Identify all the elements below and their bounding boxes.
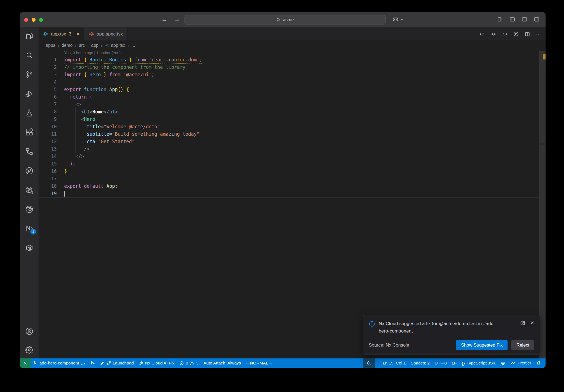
- statusbar-indentation[interactable]: Spaces: 2: [408, 358, 432, 368]
- code-line-2[interactable]: 2// importing the component from the lib…: [39, 64, 539, 71]
- code-line-14[interactable]: 14 </>: [39, 153, 539, 160]
- code-line-17[interactable]: 17: [39, 175, 539, 183]
- gitlens-icon[interactable]: [25, 167, 34, 175]
- notification-toast: Nx Cloud suggested a fix for @acme/demo:…: [363, 315, 540, 355]
- previous-change-icon[interactable]: [479, 31, 485, 37]
- code-line-content: return (: [64, 93, 92, 101]
- line-number: 6: [39, 93, 57, 101]
- accounts-icon[interactable]: [25, 327, 34, 336]
- editor-actions: ⋯: [479, 28, 541, 40]
- statusbar-git-branch[interactable]: add-hero-component: [31, 358, 88, 368]
- code-line-12[interactable]: 12 cta="Get Started": [39, 138, 539, 145]
- edge-tools-icon[interactable]: [25, 205, 34, 214]
- settings-icon[interactable]: [25, 345, 34, 354]
- close-tab-icon[interactable]: ✕: [76, 32, 80, 37]
- editor-scrollbar[interactable]: [539, 51, 546, 358]
- close-notification-icon[interactable]: ✕: [530, 320, 534, 326]
- breadcrumb-item-demo[interactable]: demo: [62, 43, 73, 48]
- code-line-content: <Hero: [64, 116, 95, 123]
- containers-icon[interactable]: [25, 244, 34, 252]
- statusbar-zoom[interactable]: [363, 358, 375, 368]
- statusbar-label: Prettier: [517, 361, 531, 366]
- breadcrumb-item-app[interactable]: app: [91, 43, 99, 48]
- explorer-icon[interactable]: [25, 32, 34, 40]
- copilot-menu[interactable]: [392, 16, 404, 23]
- code-line-9[interactable]: 9 <Hero: [39, 116, 539, 123]
- notification-message: Nx Cloud suggested a fix for @acme/demo:…: [379, 320, 506, 335]
- split-editor-icon[interactable]: [525, 31, 530, 37]
- more-actions-icon[interactable]: ⋯: [536, 31, 541, 37]
- reject-button[interactable]: Reject: [511, 340, 534, 350]
- statusbar-language-mode[interactable]: {}TypeScript JSX: [459, 358, 498, 368]
- code-line-16[interactable]: 16}: [39, 168, 539, 175]
- toggle-primary-sidebar-icon[interactable]: [509, 17, 515, 22]
- statusbar-copilot[interactable]: [498, 358, 508, 368]
- code-editor[interactable]: You, 3 hours ago | 1 author (You) 1impor…: [39, 50, 546, 358]
- statusbar-remote[interactable]: [20, 358, 31, 368]
- code-line-15[interactable]: 15 );: [39, 160, 539, 168]
- statusbar-eol[interactable]: LF: [449, 358, 459, 368]
- customize-layout-icon[interactable]: [497, 17, 503, 22]
- search-icon[interactable]: [25, 51, 34, 59]
- code-line-7[interactable]: 7 <>: [39, 101, 539, 108]
- source-control-icon[interactable]: [25, 70, 34, 79]
- code-line-content: );: [64, 160, 75, 168]
- edit-icon: [100, 361, 105, 366]
- statusbar-prettier[interactable]: ✓✓Prettier: [508, 358, 534, 368]
- maximize-window-button[interactable]: [39, 18, 43, 22]
- commit-graph-icon[interactable]: [513, 31, 519, 37]
- gitlens-inspect-icon[interactable]: [25, 186, 34, 194]
- react-icon: [43, 31, 48, 37]
- breadcrumb-item-apps[interactable]: apps: [46, 43, 55, 48]
- code-line-4[interactable]: 4: [39, 78, 539, 86]
- nx-console-icon[interactable]: 1: [25, 224, 34, 233]
- line-number: 18: [39, 183, 57, 190]
- statusbar-launchpad[interactable]: Launchpad: [97, 358, 136, 368]
- toggle-panel-icon[interactable]: [522, 17, 527, 22]
- code-line-18[interactable]: 18export default App;: [39, 183, 539, 190]
- statusbar-auto-attach[interactable]: Auto Attach: Always: [201, 358, 243, 368]
- close-window-button[interactable]: [24, 18, 28, 22]
- tab-app-spec-tsx[interactable]: app.spec.tsx: [84, 28, 128, 40]
- command-center-search[interactable]: acme: [185, 15, 386, 24]
- code-line-13[interactable]: 13 />: [39, 145, 539, 153]
- code-line-1[interactable]: 1import { Route, Routes } from 'react-ro…: [39, 56, 539, 64]
- cloud-up-icon: [81, 361, 85, 366]
- breadcrumb-item-src[interactable]: src: [79, 43, 85, 48]
- code-line-8[interactable]: 8 <h1>Home</h1>: [39, 108, 539, 116]
- statusbar-vim-mode[interactable]: -- NORMAL --: [243, 358, 275, 368]
- statusbar-problems[interactable]: 03: [177, 358, 201, 368]
- code-line-6[interactable]: 6 return (: [39, 93, 539, 101]
- statusbar-notifications-bell[interactable]: [534, 358, 543, 368]
- statusbar-cursor-position[interactable]: Ln 19, Col 1: [380, 358, 408, 368]
- titlebar: ← → acme: [20, 12, 546, 28]
- statusbar-commit-graph[interactable]: [88, 358, 97, 368]
- extensions-icon[interactable]: [25, 128, 34, 137]
- line-number: 16: [39, 168, 57, 175]
- statusbar-nx-cloud-ai-fix[interactable]: Nx Cloud AI Fix: [136, 358, 177, 368]
- breadcrumb-item-apptsx[interactable]: app.tsx: [105, 43, 125, 48]
- project-hierarchy-icon[interactable]: [25, 147, 34, 156]
- current-change-icon[interactable]: [491, 31, 496, 37]
- navigate-forward-icon[interactable]: →: [174, 16, 180, 23]
- breadcrumb-item-[interactable]: ...: [131, 43, 135, 48]
- statusbar-label: LF: [452, 361, 457, 366]
- navigate-back-icon[interactable]: ←: [161, 16, 167, 23]
- code-line-content: <>: [64, 101, 81, 108]
- tab-app-tsx[interactable]: app.tsx 3 ✕: [39, 28, 84, 40]
- minimize-window-button[interactable]: [32, 18, 36, 22]
- statusbar-encoding[interactable]: UTF-8: [432, 358, 449, 368]
- testing-icon[interactable]: [25, 109, 34, 117]
- run-and-debug-icon[interactable]: [25, 89, 34, 98]
- check2-icon: ✓✓: [510, 361, 516, 366]
- code-line-11[interactable]: 11 subtitle="Build something amazing tod…: [39, 130, 539, 138]
- next-change-icon[interactable]: [502, 31, 508, 37]
- copilot-icon: [501, 361, 505, 366]
- code-line-10[interactable]: 10 title="Welcmoe @acme/demo": [39, 123, 539, 130]
- notification-settings-gear-icon[interactable]: [520, 320, 525, 325]
- show-suggested-fix-button[interactable]: Show Suggested Fix: [456, 340, 508, 350]
- code-line-5[interactable]: 5export function App() {: [39, 86, 539, 93]
- code-line-3[interactable]: 3import { Hero } from '@acme/ui';: [39, 71, 539, 78]
- toggle-secondary-sidebar-icon[interactable]: [534, 17, 539, 22]
- code-line-19[interactable]: 19: [39, 190, 539, 197]
